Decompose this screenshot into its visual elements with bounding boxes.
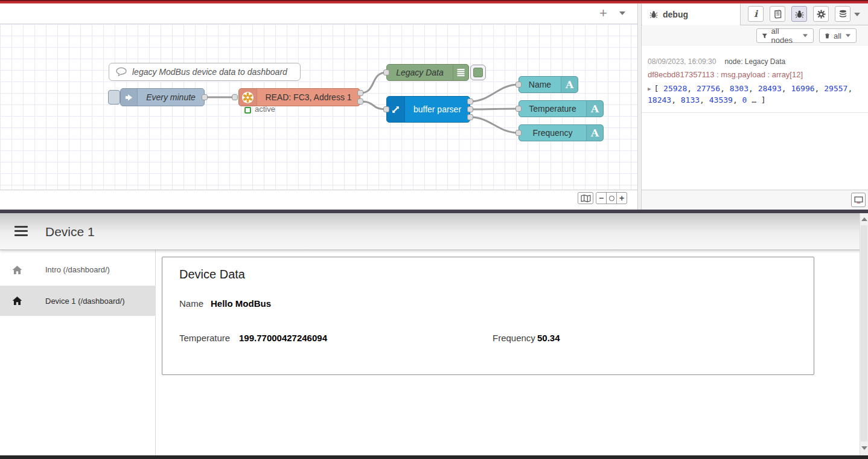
dashboard-nav: Intro (/dashboard/) Device 1 (/dashboard… (0, 250, 156, 455)
sidebar-splitter[interactable] (637, 4, 642, 210)
inject-arrow-icon (121, 89, 138, 106)
sidebar-menu-chevron-down-icon[interactable] (854, 13, 860, 16)
comment-node-label: legacy ModBus device data to dashboard (132, 63, 296, 80)
ui-text-node-name[interactable]: Name A (519, 76, 578, 93)
help-tab-button[interactable] (770, 6, 785, 22)
wire[interactable] (470, 85, 519, 101)
open-debug-window-button[interactable] (851, 193, 866, 207)
inject-trigger-button[interactable] (108, 90, 120, 104)
wire[interactable] (470, 109, 519, 109)
scrollbar-thumb[interactable] (861, 225, 867, 441)
wire[interactable] (360, 101, 386, 109)
port[interactable] (467, 114, 473, 120)
field-label-temperature: Temperature (179, 333, 230, 343)
port[interactable] (232, 94, 238, 100)
sidebar-header: debug i (642, 4, 868, 25)
buffer-parser-label: buffer parser (405, 97, 470, 122)
flow-list-chevron-down-icon[interactable] (619, 11, 625, 15)
inject-node[interactable]: Every minute (120, 88, 205, 106)
node-red-editor: + legacy ModBus device data to (0, 4, 637, 210)
chevron-down-icon (803, 34, 808, 37)
debug-messages-list: 08/09/2023, 16:09:30node: Legacy Data df… (642, 46, 868, 190)
port[interactable] (467, 98, 473, 104)
gear-icon (817, 10, 826, 19)
nav-item-label: Device 1 (/dashboard/) (45, 297, 125, 306)
menu-hamburger-icon[interactable] (14, 226, 28, 237)
ui-text-label: Name (519, 77, 561, 92)
home-icon (12, 265, 22, 275)
debug-message[interactable]: 08/09/2023, 16:09:30node: Legacy Data df… (642, 52, 868, 113)
wire[interactable] (360, 72, 386, 93)
port[interactable] (467, 106, 473, 112)
debug-tab-button[interactable] (791, 6, 807, 22)
port[interactable] (383, 106, 389, 112)
buffer-parser-node[interactable]: buffer parser (386, 96, 470, 123)
add-flow-button[interactable]: + (599, 5, 607, 21)
wire[interactable] (470, 117, 519, 133)
field-value-temperature: 199.77000427246094 (239, 333, 327, 343)
debug-filter-row: all nodes all (642, 25, 868, 46)
port[interactable] (515, 130, 522, 136)
port[interactable] (515, 82, 522, 88)
debug-sidebar: debug i all nodes (642, 4, 868, 210)
tab-debug[interactable]: debug (642, 4, 741, 25)
debug-message-node: node: Legacy Data (724, 57, 785, 66)
status-ring-icon (244, 107, 251, 114)
text-letter-a-icon: A (561, 77, 578, 92)
modbus-read-node[interactable]: READ: FC3, Address 1 (238, 88, 360, 106)
debug-node-label: Legacy Data (387, 65, 453, 80)
debug-message-meta: 08/09/2023, 16:09:30node: Legacy Data (648, 57, 862, 66)
debug-message-timestamp: 08/09/2023, 16:09:30 (648, 57, 716, 66)
bug-icon (795, 10, 804, 19)
text-letter-a-icon: A (586, 125, 603, 141)
info-tab-button[interactable]: i (748, 6, 764, 22)
filter-nodes-label: all nodes (771, 27, 799, 45)
debug-payload-value[interactable]: ▶[ 25928, 27756, 8303, 28493, 16996, 295… (648, 83, 861, 106)
ui-text-node-frequency[interactable]: Frequency A (519, 124, 604, 141)
field-label-frequency: Frequency (493, 333, 535, 343)
zoom-reset-button[interactable] (606, 192, 617, 204)
navigator-map-button[interactable] (578, 192, 593, 204)
debug-enable-toggle[interactable] (470, 65, 486, 80)
scroll-up-arrow-icon[interactable] (861, 217, 867, 221)
scroll-down-arrow-icon[interactable] (861, 446, 867, 450)
nav-item-intro[interactable]: Intro (/dashboard/) (0, 255, 156, 284)
field-label-name: Name (179, 298, 203, 309)
monitor-icon (854, 196, 863, 204)
port[interactable] (383, 69, 389, 75)
ui-text-label: Temperature (519, 101, 586, 117)
port[interactable] (357, 90, 363, 96)
flow-tab-bar: + (0, 4, 637, 24)
clear-messages-button[interactable]: all (819, 28, 857, 43)
field-value-frequency: 50.34 (537, 333, 560, 343)
card-title: Device Data (179, 268, 245, 281)
flow-canvas[interactable]: legacy ModBus device data to dashboard E… (0, 24, 637, 190)
device-data-card: Device Data Name Hello ModBus Temperatur… (162, 257, 814, 375)
resize-diagonal-arrow-icon (387, 97, 405, 122)
tab-debug-label: debug (663, 10, 688, 19)
comment-node[interactable]: legacy ModBus device data to dashboard (109, 63, 301, 81)
vertical-scrollbar[interactable] (860, 213, 868, 455)
expand-arrow-icon[interactable]: ▶ (648, 85, 651, 93)
debug-message-property: df8ecbd817357113 : msg.payload : array[1… (648, 70, 862, 79)
port[interactable] (357, 98, 363, 104)
window-bottom-dark-bar (0, 455, 868, 459)
zoom-in-button[interactable]: + (616, 192, 627, 204)
debug-lines-icon (453, 65, 468, 80)
ui-text-label: Frequency (519, 125, 586, 141)
context-tab-button[interactable] (835, 6, 850, 22)
nav-item-device-1[interactable]: Device 1 (/dashboard/) (0, 286, 156, 316)
port[interactable] (202, 94, 208, 100)
zoom-out-button[interactable]: − (596, 192, 607, 204)
ui-text-node-temperature[interactable]: Temperature A (519, 100, 604, 117)
config-tab-button[interactable] (813, 6, 829, 22)
clear-messages-label: all (834, 31, 841, 40)
book-icon (773, 10, 782, 19)
filter-nodes-button[interactable]: all nodes (756, 28, 814, 43)
port[interactable] (515, 106, 522, 112)
screen: + legacy ModBus device data to (0, 0, 868, 459)
map-icon (581, 194, 591, 202)
sidebar-footer (642, 190, 868, 210)
debug-node-legacy-data[interactable]: Legacy Data (386, 64, 469, 81)
bug-icon (649, 10, 658, 19)
